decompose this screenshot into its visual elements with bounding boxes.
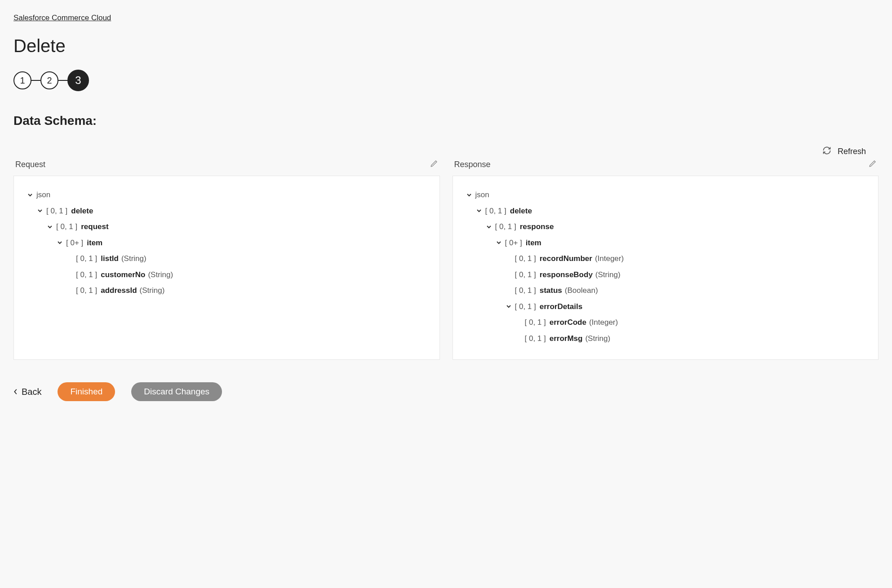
refresh-button[interactable]: Refresh [822,146,866,157]
tree-row: [ 0, 1 ] request [27,219,427,235]
tree-cardinality: [ 0, 1 ] [495,221,516,233]
tree-cardinality: [ 0, 1 ] [515,301,536,313]
tree-node-name: json [475,189,489,201]
step-2[interactable]: 2 [40,71,58,89]
tree-row: [ 0, 1 ] errorCode (Integer) [466,314,866,331]
tree-cardinality: [ 0, 1 ] [515,285,536,296]
tree-cardinality: [ 0, 1 ] [76,269,97,281]
tree-row: [ 0+ ] item [27,235,427,251]
finished-button[interactable]: Finished [58,382,115,401]
tree-node-name: item [526,237,541,249]
back-button[interactable]: Back [13,387,41,397]
tree-row: [ 0, 1 ] responseBody (String) [466,267,866,283]
tree-row: [ 0, 1 ] listId (String) [27,251,427,267]
tree-cardinality: [ 0, 1 ] [76,253,97,265]
chevron-down-icon[interactable] [27,191,34,199]
chevron-down-icon[interactable] [485,223,493,230]
tree-node-name: errorCode [550,317,586,328]
page-title: Delete [13,36,879,56]
step-1[interactable]: 1 [13,71,31,89]
request-panel-label: Request [15,160,45,169]
tree-node-name: errorDetails [540,301,582,313]
request-panel: json[ 0, 1 ] delete[ 0, 1 ] request[ 0+ … [13,176,440,360]
tree-node-type: (String) [148,269,173,281]
edit-request-button[interactable] [430,159,438,169]
chevron-down-icon[interactable] [475,207,483,214]
tree-cardinality: [ 0+ ] [505,237,522,249]
chevron-down-icon[interactable] [56,239,63,246]
tree-row: json [27,187,427,203]
tree-cardinality: [ 0, 1 ] [56,221,77,233]
refresh-label: Refresh [838,147,866,156]
tree-node-name: response [520,221,554,233]
tree-row: [ 0+ ] item [466,235,866,251]
tree-row: [ 0, 1 ] addressId (String) [27,283,427,299]
chevron-down-icon[interactable] [466,191,473,199]
chevron-down-icon[interactable] [46,223,53,230]
tree-cardinality: [ 0, 1 ] [485,205,506,217]
tree-row: [ 0, 1 ] response [466,219,866,235]
tree-node-name: errorMsg [550,333,583,345]
tree-node-name: addressId [101,285,137,296]
tree-cardinality: [ 0, 1 ] [525,333,546,345]
tree-cardinality: [ 0+ ] [66,237,83,249]
tree-node-type: (Integer) [595,253,624,265]
back-label: Back [22,387,41,397]
tree-row: [ 0, 1 ] errorMsg (String) [466,331,866,347]
tree-cardinality: [ 0, 1 ] [515,253,536,265]
chevron-down-icon[interactable] [495,239,502,246]
tree-cardinality: [ 0, 1 ] [515,269,536,281]
tree-row: json [466,187,866,203]
tree-cardinality: [ 0, 1 ] [525,317,546,328]
refresh-icon [822,146,831,157]
chevron-down-icon[interactable] [36,207,44,214]
response-panel-label: Response [454,160,491,169]
stepper: 123 [13,70,879,91]
tree-cardinality: [ 0, 1 ] [76,285,97,296]
tree-node-name: json [36,189,50,201]
tree-node-type: (String) [595,269,621,281]
tree-cardinality: [ 0, 1 ] [46,205,67,217]
tree-node-name: delete [71,205,93,217]
tree-node-type: (Integer) [589,317,618,328]
tree-row: [ 0, 1 ] customerNo (String) [27,267,427,283]
tree-node-type: (String) [585,333,610,345]
chevron-down-icon[interactable] [505,303,512,310]
edit-response-button[interactable] [869,159,877,169]
step-connector [58,80,67,81]
tree-node-name: recordNumber [540,253,592,265]
tree-node-name: status [540,285,562,296]
section-title: Data Schema: [13,114,879,128]
tree-row: [ 0, 1 ] delete [466,203,866,219]
tree-node-name: listId [101,253,119,265]
tree-row: [ 0, 1 ] delete [27,203,427,219]
tree-row: [ 0, 1 ] recordNumber (Integer) [466,251,866,267]
tree-node-name: responseBody [540,269,593,281]
tree-node-name: delete [510,205,532,217]
tree-node-name: request [81,221,108,233]
response-panel: json[ 0, 1 ] delete[ 0, 1 ] response[ 0+… [453,176,879,360]
tree-node-type: (Boolean) [565,285,598,296]
tree-node-name: customerNo [101,269,145,281]
breadcrumb-link[interactable]: Salesforce Commerce Cloud [13,13,111,22]
tree-row: [ 0, 1 ] status (Boolean) [466,283,866,299]
step-3[interactable]: 3 [67,70,89,91]
tree-node-type: (String) [121,253,146,265]
tree-row: [ 0, 1 ] errorDetails [466,299,866,315]
discard-button[interactable]: Discard Changes [131,382,222,401]
tree-node-name: item [87,237,102,249]
tree-node-type: (String) [140,285,165,296]
step-connector [31,80,40,81]
